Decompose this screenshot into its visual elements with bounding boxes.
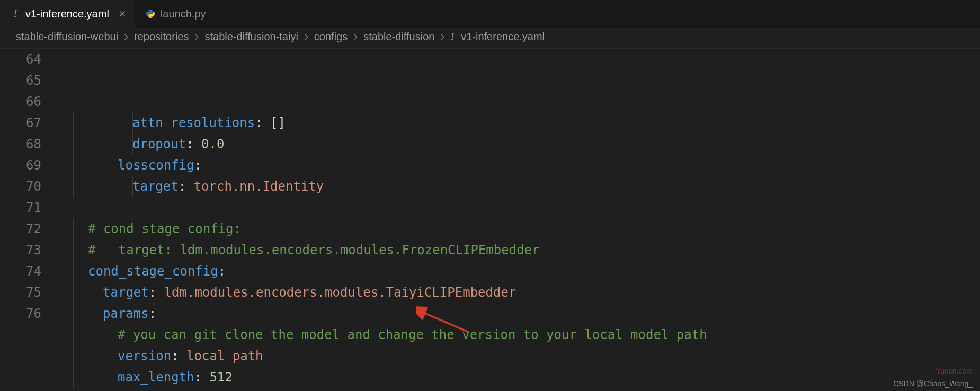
code-line[interactable]: max_length: 512 [58,367,980,388]
yaml-icon: ! [11,9,20,19]
code-line[interactable]: lossconfig: [58,155,980,176]
line-number: 65 [0,70,41,91]
code-line[interactable]: # cond_stage_config: [58,218,980,239]
line-number: 70 [0,176,41,197]
line-number: 64 [0,49,41,70]
line-number: 71 [0,197,41,218]
tab-bar: ! v1-inference.yaml launch.py [0,0,980,28]
breadcrumb-item[interactable]: repositories [134,31,189,43]
python-icon [146,9,155,19]
line-number: 75 [0,282,41,303]
chevron-right-icon [122,33,130,41]
code-line[interactable]: version: local_path [58,345,980,367]
line-number: 67 [0,112,41,134]
tab-label: v1-inference.yaml [25,8,109,20]
code-line[interactable]: # you can git clone the model and change… [58,324,980,345]
code-line[interactable]: target: ldm.modules.encoders.modules.Tai… [58,282,980,303]
chevron-right-icon [302,33,310,41]
tab-launch-py[interactable]: launch.py [135,0,214,28]
watermark-csdn: CSDN @Chaos_Wang_ [893,379,973,388]
breadcrumb: stable-diffusion-webui repositories stab… [0,28,980,49]
breadcrumb-item[interactable]: configs [314,31,348,43]
line-number: 68 [0,134,41,155]
tab-label: launch.py [161,8,206,20]
code-editor[interactable]: 64656667686970717273747576 attn_resoluti… [0,49,980,388]
breadcrumb-item[interactable]: stable-diffusion-webui [16,31,118,43]
code-content[interactable]: attn_resolutions: []dropout: 0.0lossconf… [58,49,980,388]
code-line[interactable]: dropout: 0.0 [58,134,980,155]
code-line[interactable]: params: [58,303,980,324]
line-number: 66 [0,91,41,112]
code-line[interactable]: cond_stage_config: [58,261,980,282]
line-number: 73 [0,239,41,261]
code-line[interactable]: target: torch.nn.Identity [58,176,980,197]
breadcrumb-file[interactable]: v1-inference.yaml [461,31,545,43]
line-number: 76 [0,303,41,324]
breadcrumb-item[interactable]: stable-diffusion [363,31,434,43]
line-number-gutter: 64656667686970717273747576 [0,49,58,388]
yaml-icon: ! [450,31,455,43]
tab-v1-inference[interactable]: ! v1-inference.yaml [0,0,135,28]
breadcrumb-item[interactable]: stable-diffusion-taiyi [204,31,298,43]
line-number: 74 [0,261,41,282]
chevron-right-icon [439,33,446,41]
line-number: 72 [0,218,41,239]
code-line[interactable]: # target: ldm.modules.encoders.modules.F… [58,239,980,261]
code-line[interactable]: attn_resolutions: [] [58,112,980,134]
chevron-right-icon [193,33,200,41]
code-line[interactable] [58,197,980,218]
chevron-right-icon [352,33,359,41]
line-number: 69 [0,155,41,176]
close-icon[interactable] [118,9,127,19]
watermark-yuucn: Yuucn.com [936,367,973,375]
